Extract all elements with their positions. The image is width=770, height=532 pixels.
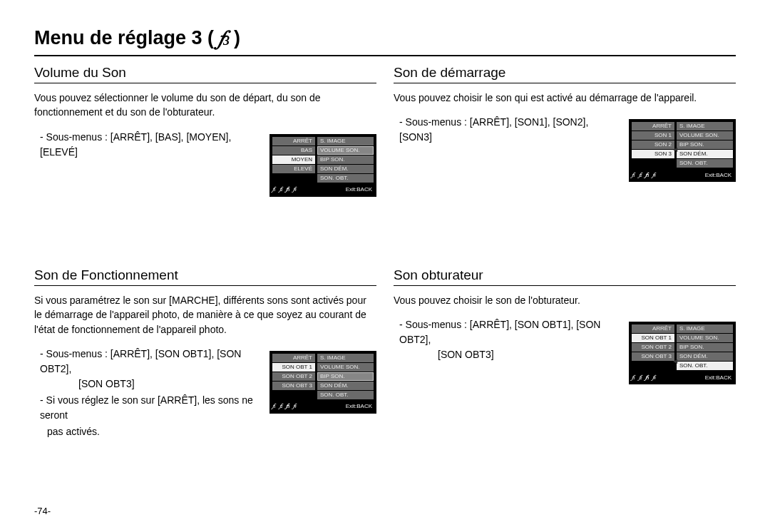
menu-right-item: S. IMAGE [317, 354, 374, 362]
tab-wrench-1: 𝑓1 [632, 374, 635, 382]
menu-left-item: BAS [272, 146, 315, 155]
tab-wrench-3: 𝑓3 [645, 374, 649, 382]
section-lead-shutter: Vous pouvez choisir le son de l'obturate… [394, 293, 736, 307]
content-grid: Volume du Son Vous pouvez sélectionner l… [34, 65, 736, 456]
tab-wrench-1: 𝑓1 [272, 402, 276, 410]
tab-wrench-2: 𝑓2 [279, 402, 283, 410]
section-title-volume: Volume du Son [34, 65, 376, 83]
page-title: Menu de réglage 3 ( 𝑓3 ) [34, 26, 736, 56]
section-lead-volume: Vous pouvez sélectionner le volume du so… [34, 91, 376, 120]
menu-right-item: BIP SON. [317, 372, 374, 381]
section-title-startup: Son de démarrage [394, 65, 736, 83]
note-operation-1b: pas activés. [34, 424, 258, 439]
menu-right-item: BIP SON. [677, 343, 733, 352]
menu-left-item: SON OBT 1 [632, 334, 674, 342]
menu-right-item: VOLUME SON. [317, 363, 374, 372]
menu-left-item: ARRÊT [272, 354, 315, 362]
menu-left-item [272, 174, 315, 183]
menu-right-item: BIP SON. [677, 140, 733, 149]
submenus-operation-2: [SON OBT3] [34, 377, 258, 392]
menu-right-item: SON DÉM. [317, 165, 374, 173]
submenus-startup: - Sous-menus : [ARRÊT], [SON1], [SON2], … [394, 115, 617, 145]
figure-operation: ARRÊTSON OBT 1SON OBT 2SON OBT 3S. IMAGE… [270, 347, 376, 414]
section-startup: Son de démarrage Vous pouvez choisir le … [394, 65, 736, 250]
submenus-shutter-2: [SON OBT3] [394, 347, 617, 362]
camera-menu-figure: ARRÊTSON OBT 1SON OBT 2SON OBT 3S. IMAGE… [629, 322, 736, 384]
page-title-prefix: Menu de réglage 3 ( [34, 27, 214, 49]
figure-shutter: ◀ARRÊTSON OBT 1SON OBT 2SON OBT 3S. IMAG… [629, 317, 736, 384]
submenus-volume: - Sous-menus : [ARRÊT], [BAS], [MOYEN], … [34, 130, 258, 160]
menu-right-item: SON. OBT. [317, 391, 374, 399]
section-shutter: Son obturateur Vous pouvez choisir le so… [394, 267, 736, 439]
menu-right-item: VOLUME SON. [317, 146, 374, 155]
section-lead-operation: Si vous paramétrez le son sur [MARCHE], … [34, 293, 376, 337]
tab-wrench-1: 𝑓1 [632, 171, 635, 179]
camera-menu-figure: ARRÊTSON OBT 1SON OBT 2SON OBT 3S. IMAGE… [270, 351, 376, 414]
menu-right-item: S. IMAGE [317, 137, 374, 145]
tab-wrench-2: 𝑓2 [279, 185, 283, 193]
note-operation-1: - Si vous réglez le son sur [ARRÊT], les… [34, 393, 258, 423]
menu-left-item [632, 159, 674, 168]
section-title-shutter: Son obturateur [394, 267, 736, 286]
menu-right-item: SON DÉM. [317, 382, 374, 390]
exit-label: Exit:BACK [346, 186, 374, 193]
menu-right-item: BIP SON. [317, 155, 374, 164]
menu-right-item: VOLUME SON. [677, 131, 733, 140]
menu-left-item: SON 3 [632, 150, 674, 158]
tab-wrench-2: 𝑓2 [639, 171, 642, 179]
page-title-suffix: ) [234, 27, 240, 49]
tab-wrench-4: 𝑓4 [652, 374, 656, 382]
menu-right-item: SON DÉM. [677, 150, 733, 158]
page-number: -74- [34, 506, 51, 516]
menu-right-item: S. IMAGE [677, 122, 733, 131]
tab-wrench-4: 𝑓4 [293, 185, 297, 193]
menu-left-item: SON 2 [632, 140, 674, 149]
section-lead-startup: Vous pouvez choisir le son qui est activ… [394, 91, 736, 105]
camera-menu-figure: ARRÊTSON 1SON 2SON 3S. IMAGEVOLUME SON.B… [629, 119, 736, 182]
section-operation: Son de Fonctionnement Si vous paramétrez… [34, 267, 376, 439]
menu-left-item [632, 362, 674, 370]
camera-menu-figure: ARRÊTBASMOYENELEVÉS. IMAGEVOLUME SON.BIP… [270, 134, 376, 197]
tab-wrench-1: 𝑓1 [272, 185, 276, 193]
submenus-shutter: - Sous-menus : [ARRÊT], [SON OBT1], [SON… [394, 317, 617, 347]
section-title-operation: Son de Fonctionnement [34, 267, 376, 286]
exit-label: Exit:BACK [346, 403, 374, 409]
menu-left-item: MOYEN [272, 155, 315, 164]
exit-label: Exit:BACK [705, 374, 733, 381]
menu-left-item: ARRÊT [632, 324, 674, 333]
menu-right-item: SON. OBT. [677, 362, 733, 370]
exit-label: Exit:BACK [705, 172, 733, 178]
tab-wrench-4: 𝑓4 [652, 171, 656, 179]
menu-left-item: SON OBT 2 [632, 343, 674, 352]
menu-left-item: SON OBT 3 [272, 382, 315, 390]
menu-left-item: ARRÊT [272, 137, 315, 145]
menu-left-item [272, 391, 315, 399]
menu-left-item: SON OBT 3 [632, 352, 674, 361]
menu-right-item: SON. OBT. [317, 174, 374, 183]
menu-left-item: SON OBT 1 [272, 363, 315, 372]
arrow-left-icon: ◀ [673, 147, 677, 153]
menu-left-item: ELEVÉ [272, 165, 315, 173]
menu-right-item: SON. OBT. [677, 159, 733, 168]
menu-right-item: S. IMAGE [677, 324, 733, 333]
tab-wrench-4: 𝑓4 [293, 402, 297, 410]
tab-wrench-2: 𝑓2 [639, 374, 642, 382]
tab-wrench-3: 𝑓3 [286, 185, 289, 193]
submenus-operation: - Sous-menus : [ARRÊT], [SON OBT1], [SON… [34, 347, 258, 377]
section-volume: Volume du Son Vous pouvez sélectionner l… [34, 65, 376, 250]
tab-wrench-3: 𝑓3 [645, 171, 649, 179]
menu-right-item: SON DÉM. [677, 352, 733, 361]
menu-left-item: ARRÊT [632, 122, 674, 131]
menu-right-item: VOLUME SON. [677, 334, 733, 342]
wrench-icon: 𝑓3 [218, 26, 230, 51]
figure-startup: ◀ARRÊTSON 1SON 2SON 3S. IMAGEVOLUME SON.… [629, 115, 736, 182]
figure-volume: ARRÊTBASMOYENELEVÉS. IMAGEVOLUME SON.BIP… [270, 130, 376, 197]
menu-left-item: SON 1 [632, 131, 674, 140]
menu-left-item: SON OBT 2 [272, 372, 315, 381]
arrow-left-icon: ◀ [673, 359, 677, 364]
tab-wrench-3: 𝑓3 [286, 402, 289, 410]
